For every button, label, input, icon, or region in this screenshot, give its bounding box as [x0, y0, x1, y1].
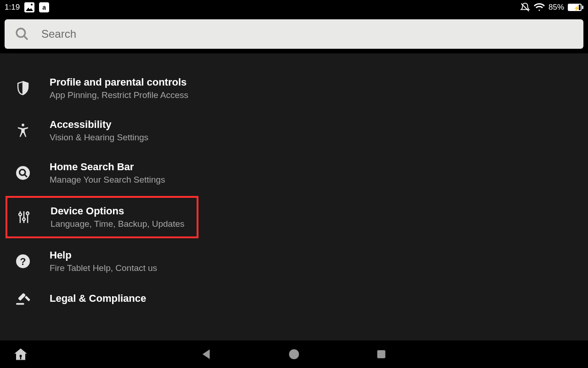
settings-item-help[interactable]: ? Help Fire Tablet Help, Contact us [0, 240, 588, 282]
search-bar[interactable] [5, 19, 583, 49]
item-sub: App Pinning, Restrict Profile Access [50, 90, 188, 100]
settings-list: Profile and parental controls App Pinnin… [0, 53, 588, 340]
svg-point-1 [17, 29, 25, 37]
svg-point-4 [16, 166, 30, 180]
item-sub: Fire Tablet Help, Contact us [50, 263, 157, 273]
settings-item-legal[interactable]: Legal & Compliance [0, 282, 588, 315]
settings-item-profile[interactable]: Profile and parental controls App Pinnin… [0, 67, 588, 109]
recents-button[interactable] [374, 347, 388, 361]
battery-icon: ⚡ [568, 4, 583, 11]
svg-rect-17 [25, 296, 30, 301]
item-title: Profile and parental controls [50, 76, 188, 88]
back-button[interactable] [200, 347, 214, 361]
item-title: Legal & Compliance [50, 293, 146, 305]
accessibility-icon [14, 123, 32, 138]
dnd-silenced-icon [520, 2, 530, 12]
svg-point-20 [289, 349, 299, 359]
item-sub: Manage Your Search Settings [50, 175, 165, 185]
svg-point-12 [26, 212, 29, 215]
item-title: Accessibility [50, 119, 148, 131]
item-sub: Language, Time, Backup, Updates [51, 219, 185, 229]
svg-point-8 [19, 213, 22, 216]
status-time: 1:19 [5, 3, 20, 12]
amazon-app-icon: a [39, 2, 49, 12]
home-button[interactable] [14, 347, 28, 361]
search-wrap [0, 15, 588, 53]
nav-home-button[interactable] [287, 347, 301, 361]
settings-item-device-options[interactable]: Device Options Language, Time, Backup, U… [6, 196, 198, 238]
status-bar: 1:19 a 85% ⚡ [0, 0, 588, 15]
wifi-icon [534, 3, 545, 12]
search-icon [15, 27, 29, 41]
svg-rect-21 [377, 350, 385, 358]
shield-icon [14, 80, 32, 96]
settings-item-accessibility[interactable]: Accessibility Vision & Hearing Settings [0, 109, 588, 152]
svg-text:?: ? [20, 256, 26, 267]
svg-rect-16 [18, 293, 26, 301]
navigation-bar [0, 340, 588, 368]
photos-app-icon [24, 2, 34, 12]
svg-point-3 [22, 124, 24, 126]
item-title: Device Options [51, 205, 185, 217]
settings-item-home-search[interactable]: Home Search Bar Manage Your Search Setti… [0, 152, 588, 194]
search-circle-icon [14, 166, 32, 180]
svg-line-2 [24, 36, 28, 40]
search-input[interactable] [41, 28, 573, 40]
svg-point-10 [23, 218, 25, 221]
item-title: Help [50, 249, 157, 261]
battery-pct: 85% [548, 3, 564, 12]
sliders-icon [15, 210, 33, 224]
gavel-icon [14, 292, 32, 305]
item-sub: Vision & Hearing Settings [50, 132, 148, 143]
question-icon: ? [14, 254, 32, 268]
item-title: Home Search Bar [50, 161, 165, 173]
svg-rect-19 [20, 356, 22, 360]
svg-rect-15 [16, 303, 24, 305]
